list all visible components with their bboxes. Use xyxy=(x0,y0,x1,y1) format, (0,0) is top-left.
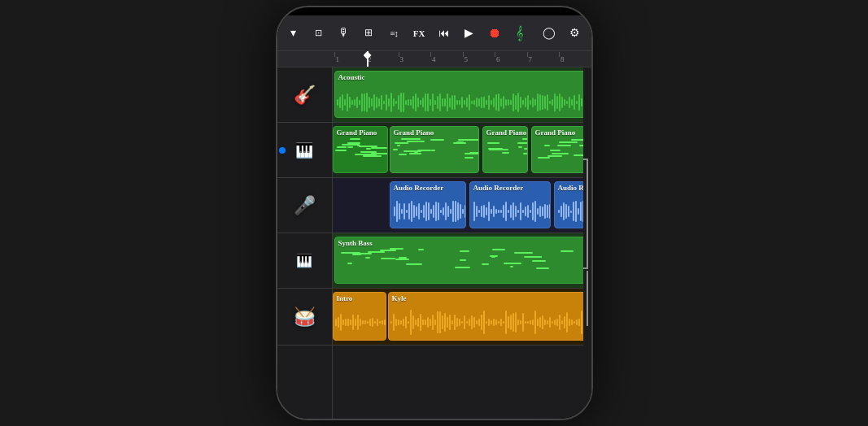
track-header-piano[interactable]: 🎹 xyxy=(277,123,332,178)
record-button[interactable]: ⏺ xyxy=(484,22,504,45)
acoustic-clip-label: Acoustic xyxy=(335,72,583,83)
ruler-mark-5: 5 xyxy=(463,55,495,63)
ruler: 1 2 3 4 5 6 7 8 xyxy=(277,51,591,67)
rewind-button[interactable]: ⏮ xyxy=(434,22,454,45)
piano-track[interactable]: Grand Piano Grand Piano Grand Piano xyxy=(333,123,583,178)
play-button[interactable]: ▶ xyxy=(459,22,479,45)
grid-button[interactable]: ⊞ xyxy=(359,22,379,45)
piano-side-indicator xyxy=(279,147,286,154)
dropdown-button[interactable]: ▾ xyxy=(284,22,304,45)
piano-clip-0[interactable]: Grand Piano xyxy=(333,126,388,173)
acoustic-clip-main[interactable]: Acoustic xyxy=(334,71,583,118)
audio-clip-2[interactable]: Audio Recorder xyxy=(554,181,583,228)
toolbar: ▾ ⊡ 🎙 ⊞ ≡↕ FX ⏮ ▶ ⏺ 𝄞 ◯ ⚙ xyxy=(277,15,591,51)
tracks-content: Acoustic Grand Piano xyxy=(333,67,583,419)
track-header-acoustic[interactable]: 🎸 xyxy=(277,67,332,123)
audio-clip-1-label: Audio Recorder xyxy=(470,182,550,193)
screen: ▾ ⊡ 🎙 ⊞ ≡↕ FX ⏮ ▶ ⏺ 𝄞 ◯ ⚙ 1 2 3 4 5 6 7 xyxy=(277,7,591,419)
ruler-mark-2: 2 xyxy=(366,55,399,63)
bracket-lower xyxy=(583,271,588,326)
piano-clip-1[interactable]: Grand Piano xyxy=(390,126,479,173)
audio-clip-0[interactable]: Audio Recorder xyxy=(390,181,466,228)
synth-clip-main[interactable]: Synth Bass xyxy=(334,237,583,284)
ruler-mark-8: 8 xyxy=(559,55,591,63)
drums-track[interactable]: Intro Kyle xyxy=(333,289,583,346)
piano-icon: 🎹 xyxy=(295,141,313,159)
drums-icon: 🥁 xyxy=(294,306,316,328)
track-view-button[interactable]: ⊡ xyxy=(308,22,329,45)
audio-recorder-track[interactable]: Audio Recorder Audio Recorder Audio Reco… xyxy=(333,178,583,233)
settings-button[interactable]: ⚙ xyxy=(565,22,585,45)
track-headers: 🎸 🎹 🎤 🎹 🥁 xyxy=(277,67,333,419)
piano-clip-2[interactable]: Grand Piano xyxy=(482,126,528,173)
ruler-mark-1: 1 xyxy=(334,55,367,63)
phone-container: ▾ ⊡ 🎙 ⊞ ≡↕ FX ⏮ ▶ ⏺ 𝄞 ◯ ⚙ 1 2 3 4 5 6 7 xyxy=(276,6,593,420)
drums-intro-clip[interactable]: Intro xyxy=(333,292,386,341)
right-bracket-area xyxy=(583,67,591,419)
playhead[interactable] xyxy=(367,51,369,67)
synth-icon: 🎹 xyxy=(296,253,312,268)
acoustic-guitar-icon: 🎸 xyxy=(294,85,316,106)
track-header-drums[interactable]: 🥁 xyxy=(277,289,332,346)
tracks-area: 🎸 🎹 🎤 🎹 🥁 xyxy=(277,67,591,419)
drums-intro-label: Intro xyxy=(334,293,386,304)
audio-clip-1[interactable]: Audio Recorder xyxy=(469,181,551,228)
ruler-mark-4: 4 xyxy=(430,55,463,63)
ruler-mark-7: 7 xyxy=(527,55,560,63)
acoustic-track[interactable]: Acoustic xyxy=(333,67,583,123)
drums-kyle-clip[interactable]: Kyle xyxy=(388,292,583,341)
ruler-mark-3: 3 xyxy=(399,55,431,63)
audio-clip-0-label: Audio Recorder xyxy=(390,182,465,193)
synth-bass-track[interactable]: Synth Bass xyxy=(333,233,583,289)
piano-clip-3[interactable]: Grand Piano xyxy=(531,126,583,173)
microphone-icon: 🎤 xyxy=(294,195,316,216)
audio-clip-2-label: Audio Recorder xyxy=(555,182,583,193)
track-header-synth[interactable]: 🎹 xyxy=(277,233,332,289)
drums-kyle-label: Kyle xyxy=(389,293,583,304)
fx-button[interactable]: FX xyxy=(409,22,430,45)
headphones-button[interactable]: ◯ xyxy=(539,22,560,45)
tuner-button[interactable]: 𝄞 xyxy=(509,22,530,45)
status-bar xyxy=(277,7,591,15)
ruler-marks: 1 2 3 4 5 6 7 8 xyxy=(334,55,591,63)
bracket-upper xyxy=(583,159,588,269)
ruler-mark-6: 6 xyxy=(495,55,527,63)
track-header-audio[interactable]: 🎤 xyxy=(277,178,332,233)
microphone-button[interactable]: 🎙 xyxy=(334,22,354,45)
mixer-button[interactable]: ≡↕ xyxy=(384,22,404,45)
